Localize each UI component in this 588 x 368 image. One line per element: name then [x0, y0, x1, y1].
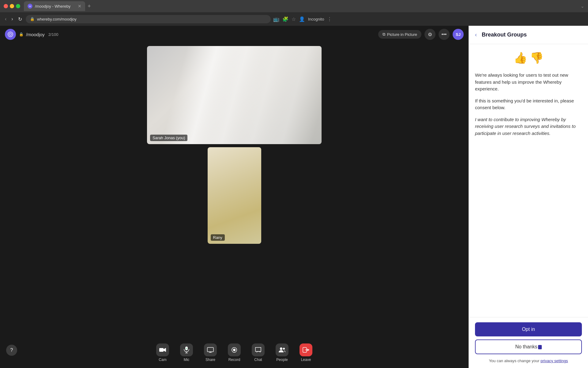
toolbar-actions: 📺 🧩 ☆ 👤 Incognito ⋮	[273, 16, 332, 22]
privacy-text-prefix: You can always change your	[489, 358, 539, 363]
browser-chrome: W /moodjoy - Whereby ✕ + ⌄ ‹ › ↻ 🔒 where…	[0, 0, 588, 26]
people-label: People	[276, 358, 288, 362]
share-button[interactable]: Share	[200, 341, 221, 364]
secondary-video-label: Rany	[211, 234, 225, 241]
new-tab-button[interactable]: +	[88, 3, 91, 10]
svg-point-2	[10, 34, 11, 35]
app-container: 🔒 /moodjoy 2/100 ⧉ Picture in Picture ⚙ …	[0, 26, 588, 368]
cam-button[interactable]: Cam	[152, 341, 173, 364]
room-lock-icon: 🔒	[19, 32, 24, 36]
consent-paragraph-2: If this is something you'd be interested…	[475, 98, 582, 111]
consent-paragraph-1: We're always looking for users to test o…	[475, 72, 582, 93]
share-label: Share	[205, 358, 215, 362]
svg-point-12	[233, 349, 236, 351]
minimize-window-button[interactable]	[10, 4, 14, 8]
traffic-lights	[4, 4, 20, 8]
url-text: whereby.com/moodjoy	[37, 17, 77, 21]
opt-in-button[interactable]: Opt in	[475, 322, 582, 336]
svg-rect-8	[207, 347, 213, 352]
chat-label: Chat	[254, 358, 262, 362]
privacy-notice: You can always change your privacy setti…	[475, 358, 582, 363]
sidebar-header: ‹ Breakout Groups	[469, 26, 588, 44]
share-icon	[204, 343, 217, 356]
pip-icon: ⧉	[383, 32, 385, 37]
address-bar[interactable]: 🔒 whereby.com/moodjoy	[26, 15, 271, 23]
sidebar-content: 👍 👎 We're always looking for users to te…	[469, 44, 588, 317]
leave-icon	[300, 343, 312, 356]
secondary-video: Rany	[208, 147, 261, 244]
svg-rect-7	[186, 348, 187, 349]
incognito-badge: Incognito	[308, 17, 324, 21]
consent-paragraph-3: I want to contribute to improving Whereb…	[475, 116, 582, 137]
people-button[interactable]: People	[271, 341, 293, 364]
maximize-window-button[interactable]	[16, 4, 20, 8]
bookmark-icon[interactable]: ☆	[292, 16, 296, 22]
more-tabs-icon[interactable]: ⌄	[581, 4, 584, 9]
sidebar: ‹ Breakout Groups 👍 👎 We're always looki…	[469, 26, 588, 368]
thumbs-down-emoji: 👎	[530, 52, 544, 64]
main-video-label: Sarah Jonas (you)	[150, 135, 187, 141]
cursor-caret	[538, 345, 542, 349]
settings-button[interactable]: ⚙	[424, 29, 435, 40]
control-bar: ? Cam Mic	[0, 337, 469, 368]
help-button[interactable]: ?	[6, 345, 17, 356]
sidebar-back-button[interactable]: ‹	[475, 32, 477, 38]
record-label: Record	[228, 358, 240, 362]
privacy-settings-link[interactable]: privacy settings	[541, 358, 568, 363]
browser-menu-icon[interactable]: ⋮	[327, 16, 332, 22]
back-navigation-button[interactable]: ‹	[4, 15, 8, 23]
leave-button[interactable]: Leave	[295, 341, 317, 364]
browser-tab[interactable]: W /moodjoy - Whereby ✕	[24, 1, 85, 11]
no-thanks-label: No thanks	[515, 344, 537, 349]
lock-icon: 🔒	[30, 17, 35, 21]
browser-toolbar: ‹ › ↻ 🔒 whereby.com/moodjoy 📺 🧩 ☆ 👤 Inco…	[0, 12, 588, 26]
incognito-label: Incognito	[308, 17, 324, 21]
forward-navigation-button[interactable]: ›	[10, 15, 14, 23]
browser-titlebar: W /moodjoy - Whereby ✕ + ⌄	[0, 0, 588, 12]
chat-icon	[252, 343, 265, 356]
top-bar-right: ⧉ Picture in Picture ⚙ ••• SJ	[378, 29, 464, 40]
pip-label: Picture in Picture	[387, 32, 417, 37]
cam-label: Cam	[159, 358, 166, 362]
no-thanks-button[interactable]: No thanks	[475, 339, 582, 354]
tab-title: /moodjoy - Whereby	[35, 4, 75, 9]
emoji-row: 👍 👎	[475, 52, 582, 64]
record-button[interactable]: Record	[224, 341, 245, 364]
mic-icon	[180, 343, 193, 356]
thumbs-up-emoji: 👍	[514, 52, 527, 64]
user-avatar[interactable]: SJ	[453, 29, 464, 40]
chat-button[interactable]: Chat	[247, 341, 269, 364]
extensions-icon[interactable]: 🧩	[282, 16, 288, 22]
tab-close-icon[interactable]: ✕	[78, 4, 81, 9]
leave-label: Leave	[301, 358, 311, 362]
svg-rect-3	[159, 348, 164, 352]
room-name: 🔒 /moodjoy	[19, 32, 45, 37]
more-options-button[interactable]: •••	[439, 29, 450, 40]
top-bar: 🔒 /moodjoy 2/100 ⧉ Picture in Picture ⚙ …	[0, 26, 469, 43]
video-area: Sarah Jonas (you) Rany	[0, 43, 469, 337]
record-icon	[228, 343, 241, 356]
room-count: 2/100	[48, 32, 58, 37]
room-name-text: /moodjoy	[26, 32, 45, 37]
sidebar-title: Breakout Groups	[482, 32, 527, 38]
picture-in-picture-button[interactable]: ⧉ Picture in Picture	[378, 30, 421, 39]
cast-icon[interactable]: 📺	[273, 16, 279, 22]
profile-icon[interactable]: 👤	[299, 16, 305, 22]
room-logo	[5, 29, 16, 40]
sidebar-footer: Opt in No thanks You can always change y…	[469, 317, 588, 368]
close-window-button[interactable]	[4, 4, 8, 8]
cam-icon	[156, 343, 169, 356]
main-area: 🔒 /moodjoy 2/100 ⧉ Picture in Picture ⚙ …	[0, 26, 469, 368]
main-video: Sarah Jonas (you)	[147, 46, 322, 144]
people-icon	[276, 343, 288, 356]
mic-button[interactable]: Mic	[176, 341, 197, 364]
tab-favicon: W	[28, 4, 32, 9]
svg-point-14	[283, 348, 285, 350]
tab-bar: W /moodjoy - Whereby ✕ +	[24, 1, 581, 11]
mic-label: Mic	[184, 358, 190, 362]
svg-point-13	[280, 347, 282, 350]
refresh-button[interactable]: ↻	[17, 15, 23, 23]
